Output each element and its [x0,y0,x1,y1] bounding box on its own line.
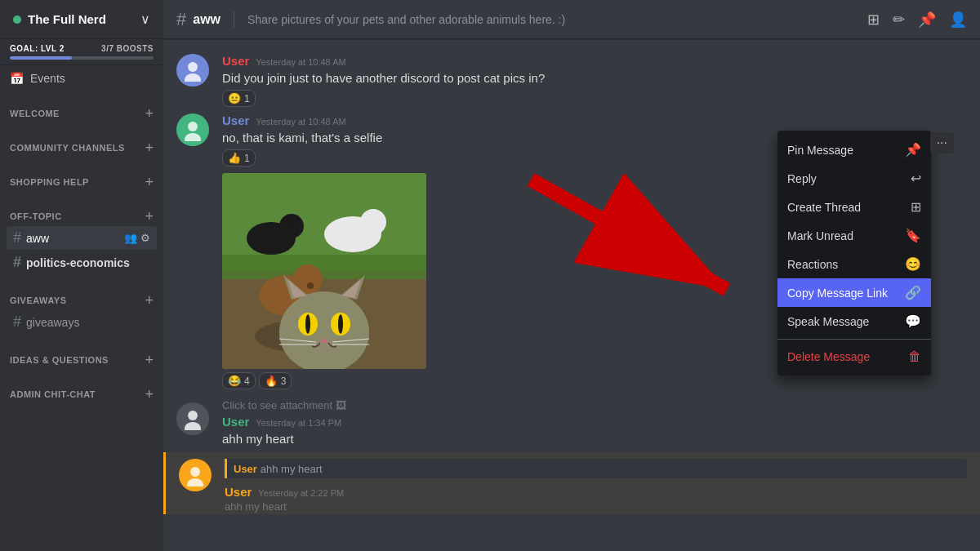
section-header-admin[interactable]: ADMIN CHIT-CHAT + [7,385,157,403]
hash-icon-politics: # [13,254,21,271]
thread-icon: ⊞ [911,199,921,215]
section-header-offtopic[interactable]: OFF-TOPIC + [7,207,157,225]
boost-count: 3/7 Boosts [101,44,154,53]
channel-item-politics[interactable]: # politics-economics [7,251,157,274]
reaction-fire-3[interactable]: 🔥 3 [259,372,292,389]
boost-label: GOAL: LVL 2 3/7 Boosts [10,44,154,53]
section-giveaways: GIVEAWAYS + # giveaways [0,278,163,338]
reaction-emoji-laugh: 😂 [228,375,241,387]
context-menu-thread-label: Create Thread [787,201,911,214]
add-channel-icon-admin[interactable]: + [145,387,154,402]
context-menu-copy-link[interactable]: Copy Message Link 🔗 [777,278,931,307]
svg-point-1 [185,73,201,82]
goal-label: GOAL: LVL 2 [10,44,65,53]
svg-point-14 [373,211,381,224]
svg-point-36 [185,422,201,430]
context-menu-speak[interactable]: Speak Message 💬 [777,307,931,335]
channel-item-giveaways[interactable]: # giveaways [7,310,157,334]
context-menu-reply[interactable]: Reply ↩ [777,164,931,193]
server-header[interactable]: The Full Nerd ∨ [0,0,163,39]
avatar-user2 [176,113,209,146]
section-title-welcome: WELCOME [10,109,60,118]
section-offtopic: OFF-TOPIC + # aww 👥 ⚙ # politics-economi… [0,194,163,278]
reaction-count-thumbs: 1 [244,153,250,164]
channel-header-name: aww [193,12,220,27]
reaction-laugh-3[interactable]: 😂 4 [222,372,256,389]
settings-icon[interactable]: ⚙ [140,232,150,244]
add-channel-icon-welcome[interactable]: + [145,106,154,121]
section-title-giveaways: GIVEAWAYS [10,295,67,305]
server-status-dot [13,16,21,24]
message-text-4: ahh my heart [222,430,967,447]
pin-message-icon: 📌 [905,142,921,158]
server-header-left: The Full Nerd [13,12,106,26]
sidebar-scroll: 📅 Events WELCOME + COMMUNITY CHANNELS + … [0,65,163,551]
reply-text: ahh my heart [261,463,323,475]
svg-point-35 [188,411,198,420]
add-channel-icon-community[interactable]: + [145,140,154,155]
message-group-4: Click to see attachment 🖼 User Yesterday… [163,398,980,449]
message-text-1: Did you join just to have another discor… [222,69,967,87]
avatar-user3 [176,402,209,435]
chevron-down-icon: ∨ [140,11,150,27]
reaction-neutral-1[interactable]: 😐 1 [222,90,256,107]
context-menu-delete[interactable]: Delete Message 🗑 [777,343,931,371]
edit-icon[interactable]: ✏ [893,11,905,29]
calendar-icon: 📅 [10,72,24,85]
channel-item-aww[interactable]: # aww 👥 ⚙ [7,226,157,250]
message-author-2: User [222,113,249,127]
reactions-icon: 😊 [905,256,921,272]
reaction-count-laugh: 4 [244,375,250,387]
message-text-5: ahh my heart [225,500,967,513]
message-meta-5: User Yesterday at 2:22 PM [225,485,967,499]
message-timestamp-5: Yesterday at 2:22 PM [258,488,344,498]
boost-bar[interactable]: GOAL: LVL 2 3/7 Boosts [0,39,163,65]
message-group-1: User Yesterday at 10:48 AM Did you join … [163,52,980,109]
message-timestamp-2: Yesterday at 10:48 AM [256,117,345,127]
add-channel-icon-giveaways[interactable]: + [145,293,154,308]
channel-hash-icon: # [176,9,186,30]
pin-icon[interactable]: 📌 [918,11,936,29]
hash-icon-aww: # [13,229,21,247]
section-title-shopping: SHOPPING HELP [10,177,89,187]
message-content-5: User ahh my heart User Yesterday at 2:22… [225,459,967,513]
attachment-placeholder[interactable]: Click to see attachment 🖼 [222,399,967,411]
section-header-community[interactable]: COMMUNITY CHANNELS + [7,139,157,157]
context-menu-unread-label: Mark Unread [787,229,905,242]
reaction-thumbs-2[interactable]: 👍 1 [222,149,256,167]
section-title-admin: ADMIN CHIT-CHAT [10,389,96,399]
context-menu-unread[interactable]: Mark Unread 🔖 [777,221,931,250]
hashtag-icon[interactable]: ⊞ [867,11,880,29]
sidebar: The Full Nerd ∨ GOAL: LVL 2 3/7 Boosts 📅… [0,0,163,551]
avatar-user1 [176,54,209,87]
more-options-button[interactable]: ··· [930,132,954,153]
svg-point-10 [292,216,300,229]
context-menu-pin[interactable]: Pin Message 📌 [777,136,931,164]
reply-icon: ↩ [911,171,921,186]
section-header-ideas[interactable]: IDEAS & QUESTIONS + [7,351,157,369]
section-header-welcome[interactable]: WELCOME + [7,104,157,122]
section-header-shopping[interactable]: SHOPPING HELP + [7,173,157,191]
sidebar-item-events[interactable]: 📅 Events [0,65,163,91]
header-divider [234,11,234,28]
reaction-emoji-fire: 🔥 [265,375,278,387]
reply-preview: User ahh my heart [225,459,967,478]
svg-point-28 [305,314,310,334]
section-shopping: SHOPPING HELP + [0,160,163,194]
svg-point-37 [190,467,200,477]
add-channel-icon-shopping[interactable]: + [145,175,154,189]
context-menu-speak-label: Speak Message [787,315,905,328]
add-channel-icon-offtopic[interactable]: + [145,209,154,224]
context-menu-thread[interactable]: Create Thread ⊞ [777,193,931,221]
section-community: COMMUNITY CHANNELS + [0,126,163,160]
attachment-text: Click to see attachment [222,399,332,411]
reaction-emoji-1: 😐 [228,92,241,104]
members-icon[interactable]: 👥 [124,232,137,244]
members-list-icon[interactable]: 👤 [949,11,967,29]
message-timestamp-1: Yesterday at 10:48 AM [256,57,345,67]
section-header-giveaways[interactable]: GIVEAWAYS + [7,291,157,309]
unread-icon: 🔖 [905,228,921,243]
context-menu-reactions[interactable]: Reactions 😊 [777,250,931,278]
add-channel-icon-ideas[interactable]: + [145,353,154,367]
section-admin: ADMIN CHIT-CHAT + [0,372,163,407]
